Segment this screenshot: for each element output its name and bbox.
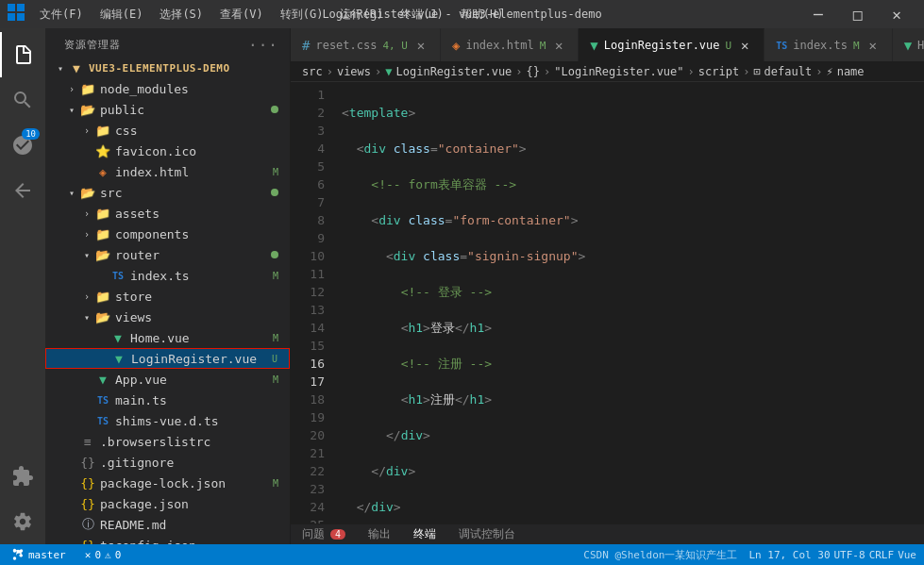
line-number: 12 bbox=[291, 283, 325, 301]
sidebar-item-tsconfig[interactable]: {} tsconfig.json bbox=[45, 535, 290, 544]
menu-view[interactable]: 查看(V) bbox=[212, 3, 271, 26]
minimize-button[interactable]: ─ bbox=[798, 2, 838, 27]
tab-index-html[interactable]: ◈ index.html M ✕ bbox=[441, 28, 579, 61]
sidebar-item-root[interactable]: ▼ VUE3-ELEMENTPLUS-DEMO bbox=[45, 58, 290, 78]
source-control-icon[interactable]: 10 bbox=[0, 123, 45, 168]
status-right: CSDN @Sheldon一某知识产生工 Ln 17, Col 30 UTF-8… bbox=[583, 548, 916, 562]
sidebar-item-readme[interactable]: ⓘ README.md bbox=[45, 514, 290, 535]
close-button[interactable]: ✕ bbox=[877, 2, 916, 27]
tab-close-button[interactable]: ✕ bbox=[551, 38, 566, 53]
sidebar-item-browserslistrc[interactable]: ≡ .browserslistrc bbox=[45, 431, 290, 452]
maximize-button[interactable]: □ bbox=[838, 2, 878, 27]
ts-icon: TS bbox=[109, 271, 126, 281]
files-icon[interactable] bbox=[0, 32, 45, 77]
html-icon: ◈ bbox=[94, 165, 111, 179]
code-editor[interactable]: 1 2 3 4 5 6 7 8 9 10 11 12 13 14 15 16 1… bbox=[291, 82, 924, 523]
search-icon[interactable] bbox=[0, 77, 45, 123]
language-mode[interactable]: Vue bbox=[898, 549, 916, 561]
sidebar-more-button[interactable]: ··· bbox=[248, 36, 278, 54]
code-line: <h1>注册</h1> bbox=[342, 391, 924, 408]
sidebar-item-label: package-lock.json bbox=[100, 476, 273, 490]
code-line: </div> bbox=[342, 462, 924, 480]
modified-dot bbox=[271, 189, 278, 196]
sidebar-item-router-index[interactable]: TS index.ts M bbox=[45, 265, 290, 286]
code-content[interactable]: <template> <div class="container"> <!-- … bbox=[338, 82, 924, 523]
sidebar-item-package-json[interactable]: {} package.json bbox=[45, 493, 290, 514]
code-line: <div class="container"> bbox=[342, 140, 924, 158]
sidebar-item-views[interactable]: 📂 views bbox=[45, 307, 290, 327]
chevron-icon bbox=[53, 63, 68, 74]
errors-segment[interactable]: ✕ 0 ⚠ 0 bbox=[81, 549, 126, 561]
code-line: <div class="form-container"> bbox=[342, 211, 924, 229]
branch-segment[interactable]: master bbox=[8, 548, 70, 561]
sidebar-item-app-vue[interactable]: ▼ App.vue M bbox=[45, 369, 290, 390]
sidebar-item-public[interactable]: 📂 public bbox=[45, 99, 290, 120]
tab-close-button[interactable]: ✕ bbox=[413, 38, 428, 53]
sidebar-item-src[interactable]: 📂 src bbox=[45, 182, 290, 203]
folder-icon: 📁 bbox=[94, 207, 111, 221]
line-number: 24 bbox=[291, 498, 325, 516]
bc-item-default: default bbox=[764, 65, 813, 78]
tab-debug-console[interactable]: 调试控制台 bbox=[447, 524, 527, 545]
bc-item-src: src bbox=[302, 65, 323, 78]
sidebar-item-label: components bbox=[115, 227, 282, 241]
sidebar-item-label: router bbox=[115, 248, 271, 262]
sidebar-item-router[interactable]: 📂 router bbox=[45, 244, 290, 265]
sidebar-item-index-html[interactable]: ◈ index.html M bbox=[45, 161, 290, 182]
tab-close-button[interactable]: ✕ bbox=[737, 38, 752, 53]
line-number: 17 bbox=[291, 373, 325, 391]
line-number: 14 bbox=[291, 319, 325, 337]
tab-close-button[interactable]: ✕ bbox=[865, 38, 881, 53]
sidebar-item-css[interactable]: 📁 css bbox=[45, 120, 290, 141]
json-icon: {} bbox=[79, 497, 96, 511]
sidebar-item-home-vue[interactable]: ▼ Home.vue M bbox=[45, 327, 290, 348]
sidebar-item-node-modules[interactable]: 📁 node_modules bbox=[45, 78, 290, 99]
sidebar-item-label: favicon.ico bbox=[115, 144, 282, 158]
modified-indicator: M bbox=[273, 478, 282, 489]
ts-icon: TS bbox=[776, 41, 787, 51]
bc-sep: › bbox=[815, 65, 822, 78]
sidebar-item-loginregister-vue[interactable]: ▼ LoginRegister.vue U bbox=[45, 348, 290, 369]
folder-icon: 📁 bbox=[94, 227, 111, 241]
line-number: 8 bbox=[291, 211, 325, 229]
folder-icon: 📁 bbox=[94, 124, 111, 138]
sidebar-item-label: src bbox=[100, 186, 271, 200]
debug-icon[interactable] bbox=[0, 168, 45, 213]
line-number: 1 bbox=[291, 86, 325, 104]
line-number: 4 bbox=[291, 140, 325, 158]
sidebar-item-favicon[interactable]: ⭐ favicon.ico bbox=[45, 141, 290, 161]
config-icon: {} bbox=[79, 456, 96, 470]
menu-edit[interactable]: 编辑(E) bbox=[92, 3, 151, 26]
sidebar-item-gitignore[interactable]: {} .gitignore bbox=[45, 452, 290, 473]
sidebar-item-label: App.vue bbox=[115, 373, 273, 387]
tab-mod: M bbox=[540, 40, 546, 52]
sidebar: 资源管理器 ··· ▼ VUE3-ELEMENTPLUS-DEMO 📁 node… bbox=[45, 28, 291, 544]
tab-label: 终端 bbox=[413, 526, 436, 542]
sidebar-item-store[interactable]: 📁 store bbox=[45, 286, 290, 307]
sidebar-item-assets[interactable]: 📁 assets bbox=[45, 203, 290, 224]
tab-problems[interactable]: 问题 4 bbox=[291, 524, 357, 545]
settings-icon[interactable] bbox=[0, 499, 45, 544]
menu-file[interactable]: 文件(F) bbox=[32, 3, 91, 26]
titlebar: 文件(F) 编辑(E) 选择(S) 查看(V) 转到(G) 运行(R) 终端(J… bbox=[0, 0, 924, 28]
sidebar-item-main-ts[interactable]: TS main.ts bbox=[45, 390, 290, 410]
sidebar-item-label: README.md bbox=[100, 518, 282, 532]
tab-home-vue[interactable]: ▼ Home.vue ✕ bbox=[893, 28, 924, 61]
sidebar-item-label: store bbox=[115, 290, 282, 304]
tab-output[interactable]: 输出 bbox=[357, 524, 402, 545]
extensions-icon[interactable] bbox=[0, 454, 45, 499]
line-number: 11 bbox=[291, 265, 325, 283]
sidebar-item-package-lock[interactable]: {} package-lock.json M bbox=[45, 473, 290, 493]
menu-select[interactable]: 选择(S) bbox=[152, 3, 210, 26]
svg-rect-1 bbox=[17, 4, 25, 11]
line-number: 19 bbox=[291, 408, 325, 426]
tab-terminal[interactable]: 终端 bbox=[402, 524, 447, 545]
tab-index-ts[interactable]: TS index.ts M ✕ bbox=[764, 28, 892, 61]
tab-label: LoginRegister.vue bbox=[604, 39, 720, 52]
sidebar-item-shims-vue[interactable]: TS shims-vue.d.ts bbox=[45, 410, 290, 431]
main-layout: 10 资源管理器 ··· ▼ VUE3-ELEMENTPLUS-DEMO bbox=[0, 28, 924, 544]
sidebar-item-components[interactable]: 📁 components bbox=[45, 224, 290, 244]
tab-reset-css[interactable]: # reset.css 4, U ✕ bbox=[291, 28, 441, 61]
bc-sep: › bbox=[515, 65, 522, 78]
tab-loginregister-vue[interactable]: ▼ LoginRegister.vue U ✕ bbox=[579, 28, 764, 61]
